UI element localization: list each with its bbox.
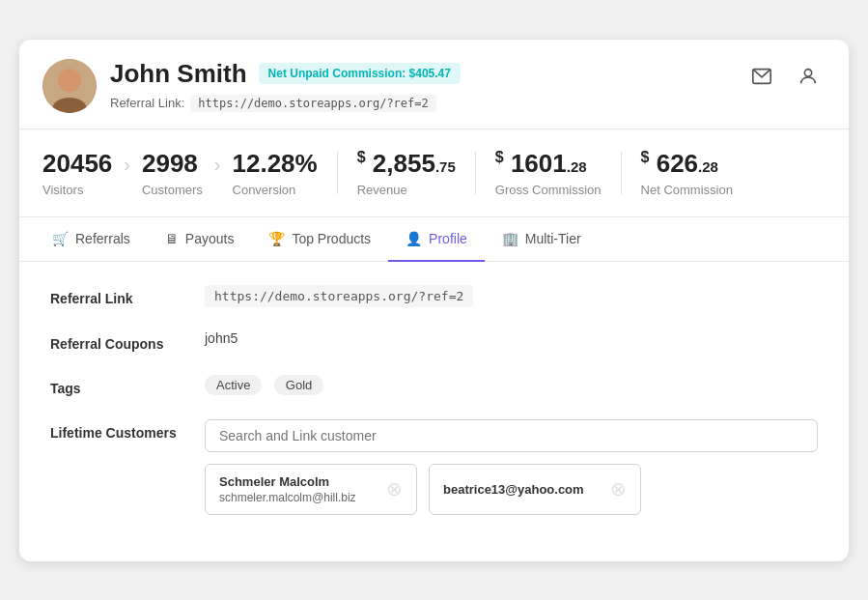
stat-net-commission-label: Net Commission [641, 183, 733, 197]
user-button[interactable] [791, 59, 826, 94]
profile-row-lifetime-customers: Lifetime Customers Schmeler Malcolm schm… [50, 419, 818, 515]
customer-info-0: Schmeler Malcolm schmeler.malcolm@hill.b… [219, 474, 356, 504]
tags-label: Tags [50, 375, 205, 396]
top-products-icon: 🏆 [268, 231, 285, 246]
separator-2 [475, 152, 476, 194]
lifetime-customers-label: Lifetime Customers [50, 419, 205, 441]
referrals-icon: 🛒 [52, 231, 69, 246]
tab-referrals[interactable]: 🛒 Referrals [35, 217, 148, 262]
tab-profile[interactable]: 👤 Profile [388, 217, 485, 262]
tab-payouts-label: Payouts [185, 231, 235, 246]
tab-top-products-label: Top Products [292, 231, 371, 246]
commission-badge: Net Unpaid Commission: $405.47 [259, 63, 461, 84]
revenue-cents: .75 [435, 158, 456, 175]
stat-revenue-value: $ 2,855.75 [357, 149, 456, 179]
separator-1 [337, 152, 338, 194]
tags-container: Active Gold [205, 375, 331, 395]
header: John Smith Net Unpaid Commission: $405.4… [19, 40, 849, 129]
stat-visitors-value: 20456 [42, 149, 112, 179]
stat-conversion-value: 12.28% [233, 149, 318, 179]
tab-payouts[interactable]: 🖥 Payouts [148, 217, 252, 262]
stat-visitors: 20456 Visitors [42, 149, 112, 197]
header-left: John Smith Net Unpaid Commission: $405.4… [42, 59, 461, 113]
tab-referrals-label: Referrals [75, 231, 130, 246]
remove-customer-0[interactable]: ⊗ [386, 479, 403, 499]
remove-customer-1[interactable]: ⊗ [610, 479, 627, 499]
separator-3 [621, 152, 622, 194]
stat-customers-label: Customers [142, 183, 203, 197]
stat-conversion: 12.28% Conversion [233, 149, 318, 197]
stat-revenue-label: Revenue [357, 183, 456, 197]
profile-row-tags: Tags Active Gold [50, 375, 818, 396]
multi-tier-icon: 🏢 [502, 231, 518, 246]
lifetime-section: Schmeler Malcolm schmeler.malcolm@hill.b… [205, 419, 818, 515]
svg-point-1 [58, 69, 81, 92]
stat-net-commission-value: $ 626.28 [641, 149, 733, 179]
stat-visitors-label: Visitors [42, 183, 112, 197]
coupons-value: john5 [205, 330, 238, 346]
tag-active: Active [205, 375, 262, 395]
customer-cards: Schmeler Malcolm schmeler.malcolm@hill.b… [205, 464, 818, 515]
stat-gross-commission-value: $ 1601.28 [495, 149, 602, 179]
tab-profile-label: Profile [429, 231, 467, 246]
tab-multi-tier-label: Multi-Tier [525, 231, 581, 246]
stat-conversion-label: Conversion [233, 183, 318, 197]
payouts-icon: 🖥 [165, 231, 179, 246]
net-cents: .28 [698, 158, 718, 175]
tab-multi-tier[interactable]: 🏢 Multi-Tier [485, 217, 599, 262]
referral-link-row: Referral Link: https://demo.storeapps.or… [110, 95, 461, 112]
tag-gold: Gold [274, 375, 323, 395]
customer-info-1: beatrice13@yahoo.com [443, 482, 584, 497]
referral-label: Referral Link: [110, 96, 184, 110]
profile-content: Referral Link https://demo.storeapps.org… [19, 262, 849, 561]
profile-row-coupons: Referral Coupons john5 [50, 330, 818, 352]
user-name: John Smith [110, 59, 247, 89]
customer-card-1: beatrice13@yahoo.com ⊗ [429, 464, 641, 515]
profile-icon: 👤 [406, 231, 422, 246]
stat-gross-commission: $ 1601.28 Gross Commission [495, 149, 602, 197]
stat-net-commission: $ 626.28 Net Commission [641, 149, 733, 197]
divider-2: › [203, 154, 233, 176]
customer-name-0: Schmeler Malcolm [219, 474, 356, 489]
search-customer-input[interactable] [205, 419, 818, 452]
net-currency: $ [641, 149, 650, 165]
customer-card-0: Schmeler Malcolm schmeler.malcolm@hill.b… [205, 464, 417, 515]
header-info: John Smith Net Unpaid Commission: $405.4… [110, 59, 461, 112]
gross-currency: $ [495, 149, 504, 165]
divider-1: › [112, 154, 142, 176]
svg-point-4 [804, 69, 811, 75]
referral-link-label: Referral Link [50, 285, 205, 306]
stat-customers: 2998 Customers [142, 149, 203, 197]
stat-gross-commission-label: Gross Commission [495, 183, 602, 197]
header-title-row: John Smith Net Unpaid Commission: $405.4… [110, 59, 461, 89]
main-card: John Smith Net Unpaid Commission: $405.4… [19, 40, 849, 561]
tab-top-products[interactable]: 🏆 Top Products [251, 217, 388, 262]
email-button[interactable] [744, 59, 779, 94]
profile-row-referral-link: Referral Link https://demo.storeapps.org… [50, 285, 818, 307]
coupons-label: Referral Coupons [50, 330, 205, 352]
stat-customers-value: 2998 [142, 149, 203, 179]
customer-email-0: schmeler.malcolm@hill.biz [219, 491, 356, 504]
customer-name-1: beatrice13@yahoo.com [443, 482, 584, 497]
header-actions [744, 59, 826, 94]
stats-row: 20456 Visitors › 2998 Customers › 12.28%… [19, 129, 849, 217]
tabs: 🛒 Referrals 🖥 Payouts 🏆 Top Products 👤 P… [19, 217, 849, 262]
gross-cents: .28 [567, 158, 587, 175]
revenue-currency: $ [357, 149, 366, 165]
header-referral-url: https://demo.storeapps.org/?ref=2 [190, 95, 435, 112]
stat-revenue: $ 2,855.75 Revenue [357, 149, 456, 197]
avatar [42, 59, 97, 113]
referral-link-value: https://demo.storeapps.org/?ref=2 [205, 285, 473, 307]
